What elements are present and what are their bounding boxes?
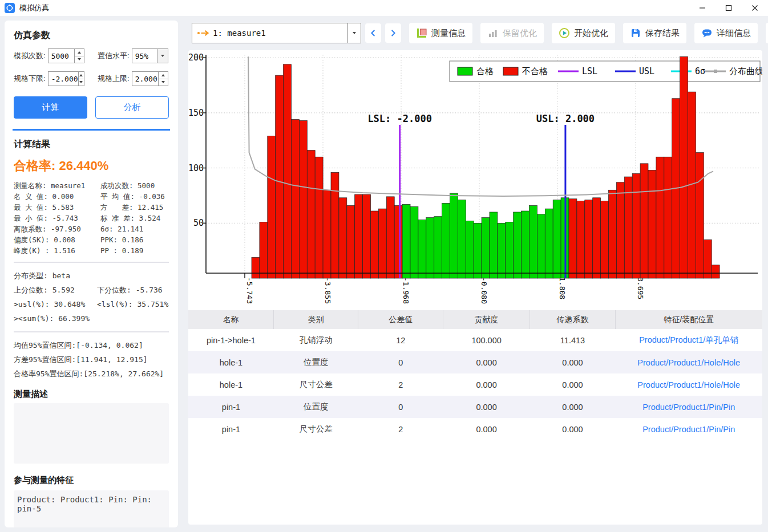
close-icon bbox=[751, 5, 758, 11]
histogram-bar-pass bbox=[402, 204, 410, 278]
histogram-bar-pass bbox=[426, 218, 434, 278]
chart-label: -5.743 bbox=[245, 277, 254, 304]
histogram-bar-pass bbox=[514, 212, 522, 278]
histogram-bar-fail bbox=[371, 211, 379, 278]
table-cell: 尺寸公差 bbox=[274, 373, 358, 396]
sim-count-input[interactable]: 5000 bbox=[48, 48, 84, 63]
table-cell: pin-1 bbox=[188, 396, 274, 418]
histogram-bar-fail bbox=[276, 75, 284, 278]
histogram-chart: 50100150200-5.743-3.855-1.968-0.0801.808… bbox=[188, 50, 762, 308]
table-cell: 0.000 bbox=[530, 418, 616, 440]
table-row[interactable]: hole-1位置度00.0000.000Product/Product1/Hol… bbox=[188, 351, 762, 373]
dropdown-caret-icon[interactable] bbox=[347, 23, 361, 43]
save-icon bbox=[630, 27, 641, 39]
maximize-icon bbox=[725, 5, 732, 11]
table-row[interactable]: hole-1尺寸公差20.0000.000Product/Product1/Ho… bbox=[188, 373, 762, 396]
chart-label: 3.695 bbox=[636, 277, 645, 299]
select-caret-icon[interactable] bbox=[157, 49, 168, 63]
maximize-button[interactable] bbox=[716, 0, 742, 16]
minimize-button[interactable] bbox=[689, 0, 716, 16]
chart-label: 200 bbox=[188, 52, 204, 63]
spin-down-icon bbox=[161, 81, 165, 83]
divider bbox=[14, 262, 169, 263]
confidence-interval: 均值95%置信区间:[-0.134, 0.062] bbox=[14, 338, 169, 352]
spec-lower-spinner[interactable] bbox=[78, 72, 84, 86]
feature-location-link[interactable]: Product/Product1/单孔单销 bbox=[615, 329, 762, 351]
close-button[interactable] bbox=[742, 0, 768, 16]
histogram-bar-fail bbox=[704, 239, 712, 278]
spin-up-icon bbox=[79, 74, 83, 76]
histogram-bar-fail bbox=[712, 265, 720, 278]
next-measure-button[interactable] bbox=[385, 23, 401, 43]
table-cell: 12 bbox=[358, 329, 443, 351]
measure-info-label: 测量信息 bbox=[431, 28, 466, 39]
chat-bubble-icon bbox=[701, 27, 713, 39]
stat-right: PP : 0.189 bbox=[100, 245, 169, 256]
feature-location-link[interactable]: Product/Product1/Pin/Pin bbox=[615, 418, 762, 440]
histogram-bar-fail bbox=[347, 205, 355, 278]
prev-measure-button[interactable] bbox=[365, 23, 381, 43]
table-cell: 0 bbox=[358, 351, 443, 373]
table-row[interactable]: pin-1尺寸公差20.0000.000Product/Product1/Pin… bbox=[188, 418, 762, 440]
histogram-bar-fail bbox=[648, 170, 656, 278]
table-row[interactable]: pin-1位置度00.0000.000Product/Product1/Pin/… bbox=[188, 396, 762, 418]
chart-label: 50 bbox=[193, 218, 204, 228]
distribution-block: 分布类型: beta上分位数: 5.592下分位数: -5.736>usl(%)… bbox=[14, 269, 169, 326]
feature-location-link[interactable]: Product/Product1/Hole/Hole bbox=[615, 373, 762, 396]
titlebar: 模拟仿真 bbox=[0, 0, 768, 16]
histogram-bar-fail bbox=[601, 201, 609, 278]
stats-grid: 测量名称: measure1成功次数: 5000名 义 值: 0.000平 均 … bbox=[14, 180, 169, 256]
bar-chart-icon bbox=[487, 27, 499, 39]
sidebar-panel: 仿真参数 模拟次数: 5000 置信水平: 95% 规格下限: -2.000 规… bbox=[5, 21, 178, 527]
dist-stat: 上分位数: 5.592 bbox=[14, 283, 97, 297]
chart-label: 6σ bbox=[695, 66, 705, 76]
pass-rate-value: 26.440% bbox=[59, 159, 108, 173]
table-cell: 0.000 bbox=[530, 373, 616, 396]
feature-location-link[interactable]: Product/Product1/Hole/Hole bbox=[615, 351, 762, 373]
confidence-interval: 方差95%置信区间:[11.941, 12.915] bbox=[14, 352, 169, 367]
spec-upper-spinner[interactable] bbox=[158, 72, 168, 86]
histogram-bar-fail bbox=[585, 200, 593, 278]
spec-lower-input[interactable]: -2.000 bbox=[48, 71, 84, 86]
histogram-bar-fail bbox=[307, 151, 315, 278]
histogram-bar-pass bbox=[553, 200, 561, 278]
table-cell: 尺寸公差 bbox=[274, 418, 358, 440]
measure-info-button[interactable]: 测量信息 bbox=[409, 23, 472, 43]
chart-label: USL bbox=[639, 66, 654, 76]
spec-upper-label: 规格上限: bbox=[98, 74, 130, 84]
calculate-button[interactable]: 计算 bbox=[14, 96, 87, 119]
spec-upper-input[interactable]: 2.000 bbox=[132, 71, 168, 86]
detail-info-button[interactable]: 详细信息 bbox=[694, 23, 758, 43]
spin-down-icon bbox=[78, 58, 81, 60]
feature-location-link[interactable]: Product/Product1/Pin/Pin bbox=[615, 396, 762, 418]
settings-button[interactable]: 设置 bbox=[766, 23, 768, 43]
histogram-bar-fail bbox=[378, 209, 386, 278]
stat-left: 测量名称: measure1 bbox=[14, 180, 100, 191]
table-cell: 0.000 bbox=[443, 396, 530, 418]
dist-stat: <lsl(%): 35.751% bbox=[97, 297, 169, 311]
confidence-select[interactable]: 95% bbox=[132, 48, 168, 63]
table-row[interactable]: pin-1->hole-1孔销浮动12100.00011.413Product/… bbox=[188, 329, 762, 351]
table-cell: hole-1 bbox=[188, 373, 274, 396]
measure-desc-box bbox=[14, 403, 169, 464]
dist-stat: 分布类型: beta bbox=[14, 269, 169, 283]
sim-params-form: 模拟次数: 5000 置信水平: 95% 规格下限: -2.000 规格上限: … bbox=[14, 48, 169, 86]
save-results-button[interactable]: 保存结果 bbox=[623, 23, 686, 43]
keep-optimize-button[interactable]: 保留优化 bbox=[480, 23, 544, 43]
sim-count-spinner[interactable] bbox=[74, 49, 84, 63]
spec-lower-label: 规格下限: bbox=[14, 74, 46, 84]
histogram-bar-fail bbox=[292, 120, 300, 278]
histogram-bar-fail bbox=[593, 198, 601, 278]
measure-arrow-icon bbox=[196, 28, 211, 38]
confidence-interval: 合格率95%置信区间:[25.218%, 27.662%] bbox=[14, 367, 169, 381]
histogram-bar-fail bbox=[284, 64, 292, 278]
measure-select[interactable]: 1: measure1 bbox=[192, 23, 361, 43]
chart-label: USL: 2.000 bbox=[536, 113, 595, 124]
table-cell: 位置度 bbox=[274, 351, 358, 373]
histogram-bar-pass bbox=[522, 211, 529, 278]
main-panel: 50100150200-5.743-3.855-1.968-0.0801.808… bbox=[188, 50, 762, 525]
dist-stat: >usl(%): 30.648% bbox=[14, 297, 97, 311]
analyze-button[interactable]: 分析 bbox=[95, 96, 169, 119]
start-optimize-button[interactable]: 开始优化 bbox=[552, 23, 615, 43]
chart-label: LSL bbox=[582, 66, 597, 76]
